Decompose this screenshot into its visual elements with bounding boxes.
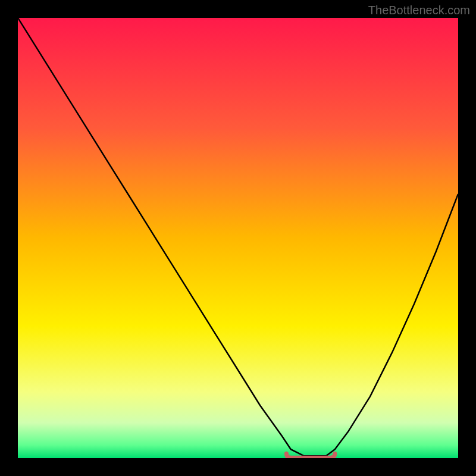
watermark-text: TheBottleneck.com	[368, 4, 470, 17]
bottleneck-curve	[18, 18, 458, 456]
curve-overlay	[18, 18, 458, 458]
chart-container: TheBottleneck.com	[0, 0, 476, 476]
plot-area	[18, 18, 458, 458]
